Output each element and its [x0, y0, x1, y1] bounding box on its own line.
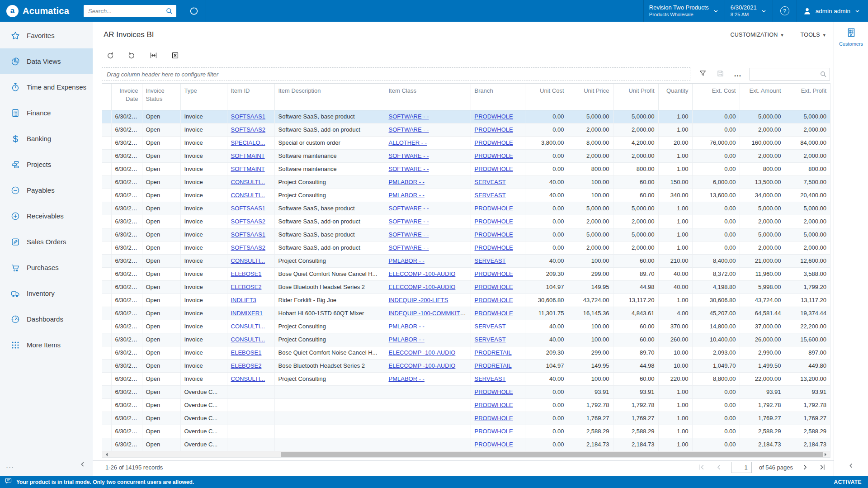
grid-more-icon[interactable]: … — [734, 72, 741, 76]
item-id-link[interactable]: CONSULTI... — [231, 336, 265, 343]
branch-link[interactable]: PRODWHOLE — [475, 441, 513, 448]
item-class-link[interactable]: SOFTWARE - - — [389, 244, 429, 251]
fit-width-button[interactable] — [148, 50, 159, 61]
column-header-unit_cost[interactable]: Unit Cost — [525, 84, 568, 110]
help-icon[interactable]: ? — [773, 0, 797, 22]
item-class-link[interactable]: SOFTWARE - - — [389, 126, 429, 133]
branch-link[interactable]: PRODWHOLE — [475, 402, 513, 408]
table-row[interactable]: 6/30/2021OpenInvoiceELEBOSE1Bose Quiet C… — [102, 267, 830, 280]
search-icon[interactable] — [165, 7, 174, 17]
item-class-link[interactable]: ELECCOMP -100-AUDIO — [389, 349, 456, 356]
last-page-button[interactable] — [817, 462, 827, 472]
item-id-link[interactable]: SOFTSAAS2 — [231, 126, 266, 133]
branch-link[interactable]: PRODWHOLE — [475, 218, 513, 225]
home-button[interactable]: a Acumatica — [0, 5, 77, 17]
scroll-right-icon[interactable] — [825, 453, 828, 456]
table-row[interactable]: 6/30/2021OpenInvoiceELEBOSE1Bose Quiet C… — [102, 346, 830, 359]
table-row[interactable]: 6/30/2021OpenOverdue C...PRODWHOLE0.001,… — [102, 412, 830, 425]
table-row[interactable]: 6/30/2021OpenOverdue C...PRODWHOLE0.001,… — [102, 398, 830, 412]
grid-search-input[interactable] — [750, 68, 830, 81]
sidebar-item-dashboards[interactable]: Dashboards — [0, 306, 93, 332]
branch-link[interactable]: PRODWHOLE — [475, 428, 513, 435]
table-row[interactable]: 6/30/2021OpenInvoiceSOFTMAINTSoftware ma… — [102, 149, 830, 162]
sidebar-item-inventory[interactable]: Inventory — [0, 280, 93, 306]
table-row[interactable]: 6/30/2021OpenInvoiceINDLIFT3Rider Forkli… — [102, 294, 830, 307]
sidebar-item-favorites[interactable]: Favorites — [0, 23, 93, 48]
business-date-selector[interactable]: 6/30/2021 8:25 AM — [725, 0, 773, 22]
table-row[interactable]: 6/30/2021OpenInvoiceCONSULTI...Project C… — [102, 189, 830, 202]
item-id-link[interactable]: CONSULTI... — [231, 257, 265, 264]
item-class-link[interactable]: PMLABOR - - — [389, 192, 425, 199]
branch-link[interactable]: PRODRETAIL — [475, 362, 512, 369]
sidebar-item-purchases[interactable]: Purchases — [0, 255, 93, 280]
item-class-link[interactable]: SOFTWARE - - — [389, 166, 429, 172]
table-row[interactable]: 6/30/2021OpenInvoiceSOFTSAAS1Software Sa… — [102, 110, 830, 123]
item-class-link[interactable]: INDEQUIP -200-LIFTS — [389, 297, 448, 303]
table-row[interactable]: 6/30/2021OpenInvoiceELEBOSE2Bose Bluetoo… — [102, 280, 830, 294]
column-header-unit_profit[interactable]: Unit Profit — [613, 84, 658, 110]
column-header-item_id[interactable]: Item ID — [227, 84, 274, 110]
column-header-item_description[interactable]: Item Description — [274, 84, 385, 110]
table-row[interactable]: 6/30/2021OpenInvoiceCONSULTI...Project C… — [102, 175, 830, 189]
filter-drop-zone[interactable]: Drag column header here to configure fil… — [102, 67, 690, 81]
column-header-type[interactable]: Type — [180, 84, 227, 110]
item-class-link[interactable]: SOFTWARE - - — [389, 152, 429, 159]
branch-link[interactable]: SERVEAST — [475, 323, 506, 330]
sidebar-item-projects[interactable]: Projects — [0, 152, 93, 177]
customization-menu[interactable]: CUSTOMIZATION▾ — [730, 32, 783, 38]
branch-link[interactable]: SERVEAST — [475, 336, 506, 343]
collapse-sidebar-icon[interactable] — [79, 460, 86, 470]
item-class-link[interactable]: ELECCOMP -100-AUDIO — [389, 284, 456, 290]
branch-link[interactable]: PRODWHOLE — [475, 415, 513, 422]
table-row[interactable]: 6/30/2021OpenInvoiceSOFTSAAS1Software Sa… — [102, 228, 830, 241]
table-row[interactable]: 6/30/2021OpenInvoiceCONSULTI...Project C… — [102, 320, 830, 333]
more-options-icon[interactable]: … — [5, 463, 14, 467]
scroll-left-icon[interactable] — [104, 453, 108, 456]
column-header-invoice_date[interactable]: InvoiceDate — [111, 84, 142, 110]
table-row[interactable]: 6/30/2021OpenInvoiceSOFTSAAS1Software Sa… — [102, 202, 830, 215]
branch-link[interactable]: PRODWHOLE — [475, 166, 513, 172]
column-header-ext_amount[interactable]: Ext. Amount — [740, 84, 785, 110]
company-selector[interactable]: Revision Two Products Products Wholesale — [644, 0, 725, 22]
branch-link[interactable]: PRODWHOLE — [475, 152, 513, 159]
item-id-link[interactable]: ELEBOSE2 — [231, 362, 262, 369]
item-id-link[interactable]: SOFTMAINT — [231, 166, 265, 172]
item-class-link[interactable]: SOFTWARE - - — [389, 218, 429, 225]
table-row[interactable]: 6/30/2021OpenOverdue C...PRODWHOLE0.0093… — [102, 385, 830, 398]
branch-link[interactable]: PRODWHOLE — [475, 231, 513, 238]
item-class-link[interactable]: PMLABOR - - — [389, 375, 425, 382]
table-row[interactable]: 6/30/2021OpenInvoiceSOFTMAINTSoftware ma… — [102, 162, 830, 175]
filter-icon[interactable] — [698, 69, 707, 79]
first-page-button[interactable] — [697, 462, 707, 472]
item-id-link[interactable]: CONSULTI... — [231, 375, 265, 382]
prev-page-button[interactable] — [714, 462, 724, 472]
table-row[interactable]: 6/30/2021OpenInvoiceELEBOSE2Bose Bluetoo… — [102, 359, 830, 372]
item-class-link[interactable]: SOFTWARE - - — [389, 205, 429, 212]
clock-icon[interactable] — [182, 0, 206, 22]
item-id-link[interactable]: SPECIALO... — [231, 139, 265, 146]
branch-link[interactable]: PRODWHOLE — [475, 389, 513, 395]
item-class-link[interactable]: PMLABOR - - — [389, 336, 425, 343]
item-class-link[interactable]: ELECCOMP -100-AUDIO — [389, 270, 456, 277]
branch-link[interactable]: PRODWHOLE — [475, 310, 513, 317]
column-header-invoice_status[interactable]: InvoiceStatus — [142, 84, 180, 110]
item-id-link[interactable]: SOFTSAAS2 — [231, 244, 266, 251]
item-id-link[interactable]: CONSULTI... — [231, 323, 265, 330]
horizontal-scrollbar[interactable] — [102, 451, 830, 458]
item-id-link[interactable]: CONSULTI... — [231, 192, 265, 199]
undo-button[interactable] — [126, 50, 137, 61]
table-row[interactable]: 6/30/2021OpenOverdue C...PRODWHOLE0.002,… — [102, 438, 830, 451]
branch-link[interactable]: PRODWHOLE — [475, 139, 513, 146]
column-header-ext_profit[interactable]: Ext. Profit — [785, 84, 830, 110]
column-header-branch[interactable]: Branch — [471, 84, 525, 110]
scrollbar-thumb[interactable] — [281, 452, 823, 457]
export-excel-button[interactable] — [170, 50, 180, 61]
table-row[interactable]: 6/30/2021OpenInvoiceSOFTSAAS2Software Sa… — [102, 123, 830, 136]
item-id-link[interactable]: INDMIXER1 — [231, 310, 263, 317]
table-row[interactable]: 6/30/2021OpenInvoiceSPECIALO...Special o… — [102, 136, 830, 149]
item-id-link[interactable]: SOFTSAAS1 — [231, 231, 266, 238]
search-icon[interactable] — [819, 70, 827, 80]
branch-link[interactable]: PRODWHOLE — [475, 126, 513, 133]
item-class-link[interactable]: ALLOTHER - - — [389, 139, 427, 146]
item-id-link[interactable]: ELEBOSE1 — [231, 270, 262, 277]
